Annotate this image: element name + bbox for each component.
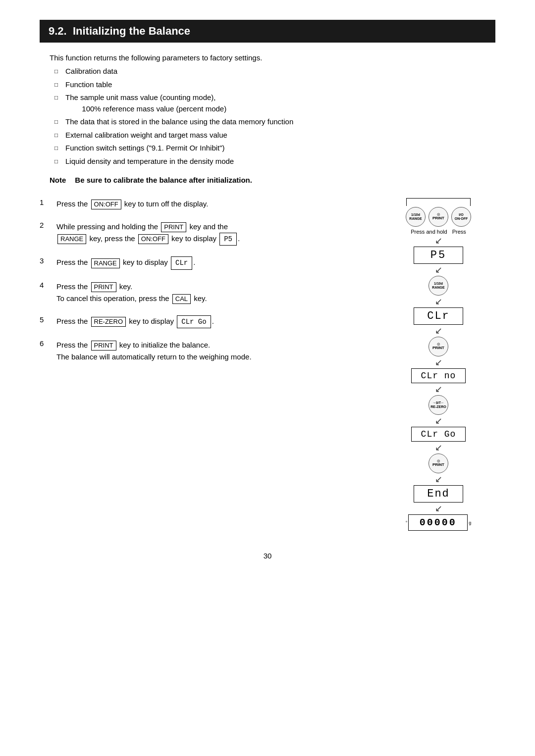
list-item: Function switch settings ("9.1. Permit O…: [54, 143, 495, 154]
display-p5: P5: [219, 233, 237, 246]
step-5-content: Press the RE-ZERO key to display CLr Go.: [56, 315, 214, 328]
diag-display-p5: P5: [414, 247, 463, 264]
intro-text: This function returns the following para…: [50, 53, 495, 62]
step-num-6: 6: [40, 339, 52, 348]
diag-display-final: 00000: [408, 514, 468, 531]
final-display-row: ° 00000 g: [406, 513, 472, 532]
diag-onoff-key: I/O ON·OFF: [451, 207, 471, 227]
step-num-2: 2: [40, 221, 52, 229]
arrow-5: ↙: [435, 358, 442, 367]
range-key-2: RANGE: [57, 234, 86, 244]
diag-print-key-2: ☉ PRINT: [428, 337, 448, 356]
arrow-7: ↙: [435, 416, 442, 425]
print-key-4: PRINT: [91, 282, 116, 292]
onoff-key-1: ON:OFF: [91, 200, 121, 209]
arrow-4: ↙: [435, 326, 442, 335]
small-marker: g: [469, 520, 471, 525]
step-6: 6 Press the PRINT key to initialize the …: [40, 339, 372, 363]
arrow-10: ↙: [435, 504, 442, 513]
step-3: 3 Press the RANGE key to display CLr.: [40, 256, 372, 269]
steps-area: 1 Press the ON:OFF key to turn off the d…: [40, 198, 495, 532]
diag-display-clr-no: CLr no: [411, 368, 466, 383]
onoff-key-2: ON:OFF: [138, 234, 168, 244]
diag-print-key-3: ☉ PRINT: [428, 454, 448, 473]
step-1-content: Press the ON:OFF key to turn off the dis…: [56, 198, 208, 210]
list-item: Liquid density and temperature in the de…: [54, 156, 495, 167]
arrow-3: ↙: [435, 297, 442, 306]
arrow-1: ↙: [435, 236, 442, 245]
print-key-6: PRINT: [91, 341, 116, 351]
diagram-area: 1/10d RANGE ☉ PRINT I/O ON·OFF Press and…: [381, 198, 495, 532]
arrow-8: ↙: [435, 443, 442, 452]
print-key-2: PRINT: [161, 222, 186, 232]
bullet-list: Calibration data Function table The samp…: [54, 66, 495, 167]
display-clr-go: CLr Go: [177, 315, 211, 328]
list-item: The data that is stored in the balance u…: [54, 116, 495, 128]
degree-mark: °: [406, 520, 408, 525]
diag-range-key: 1/10d RANGE: [406, 207, 426, 227]
diag-display-clr: CLr: [414, 307, 463, 325]
diag-range-key-2: 1/10d RANGE: [428, 276, 448, 296]
steps-left: 1 Press the ON:OFF key to turn off the d…: [40, 198, 381, 532]
diag-print-key: ☉ PRINT: [428, 207, 448, 227]
press-hold-label: Press and hold: [411, 229, 447, 235]
step-num-4: 4: [40, 281, 52, 289]
list-item: Calibration data: [54, 66, 495, 77]
step-3-content: Press the RANGE key to display CLr.: [56, 256, 195, 269]
diag-display-clr-go: CLr Go: [411, 427, 466, 442]
list-item: External calibration weight and target m…: [54, 130, 495, 141]
diag-display-end: End: [414, 485, 463, 503]
note-block: NoteBe sure to calibrate the balance aft…: [50, 176, 485, 184]
step-2: 2 While pressing and holding the PRINT k…: [40, 221, 372, 246]
list-item: The sample unit mass value (counting mod…: [54, 92, 495, 114]
press-hold-labels: Press and hold Press: [411, 229, 466, 235]
diagram-container: 1/10d RANGE ☉ PRINT I/O ON·OFF Press and…: [384, 198, 493, 532]
step-2-content: While pressing and holding the PRINT key…: [56, 221, 240, 246]
rezero-key-5: RE-ZERO: [91, 317, 126, 327]
step-4: 4 Press the PRINT key. To cancel this op…: [40, 281, 372, 304]
step-6-content: Press the PRINT key to initialize the ba…: [56, 339, 252, 363]
cal-key-4: CAL: [172, 294, 191, 304]
step-5: 5 Press the RE-ZERO key to display CLr G…: [40, 315, 372, 328]
diag-keys-row-1: 1/10d RANGE ☉ PRINT I/O ON·OFF: [406, 207, 471, 227]
diag-rezero-key: →0/T← RE-ZERO: [428, 395, 448, 415]
arrow-2: ↙: [435, 265, 442, 274]
step-num-5: 5: [40, 315, 52, 324]
bracket-top: [406, 198, 471, 206]
arrow-6: ↙: [435, 385, 442, 394]
page-number: 30: [40, 552, 495, 560]
range-key-3: RANGE: [91, 258, 120, 268]
list-item: Function table: [54, 79, 495, 91]
step-num-3: 3: [40, 256, 52, 265]
arrow-9: ↙: [435, 475, 442, 484]
section-title: 9.2. Initializing the Balance: [40, 20, 495, 43]
step-num-1: 1: [40, 198, 52, 206]
step-1: 1 Press the ON:OFF key to turn off the d…: [40, 198, 372, 210]
step-4-content: Press the PRINT key. To cancel this oper…: [56, 281, 207, 304]
display-clr: CLr: [171, 256, 192, 269]
press-label: Press: [452, 229, 466, 235]
